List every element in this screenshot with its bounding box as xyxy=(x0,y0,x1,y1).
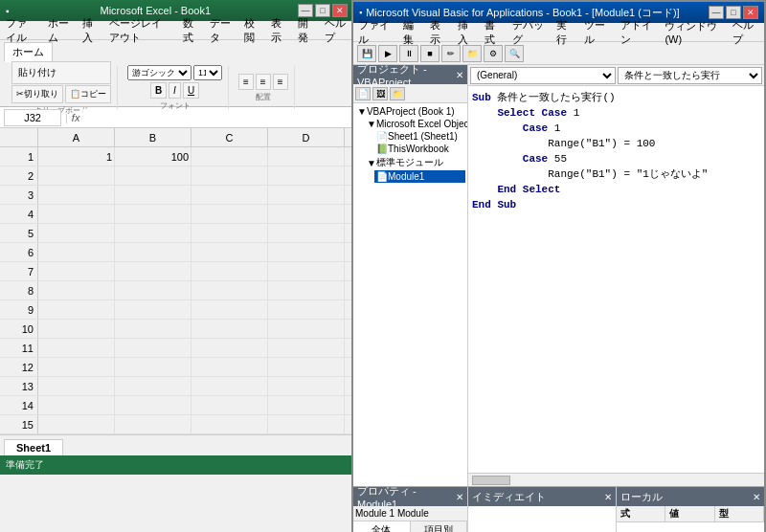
cell-b11[interactable] xyxy=(115,339,192,357)
cell-b1[interactable]: 100 xyxy=(115,147,192,166)
align-right-btn[interactable]: ≡ xyxy=(273,74,288,90)
col-header-d[interactable]: D xyxy=(268,128,345,146)
vba-menu-addin[interactable]: アドイン xyxy=(616,16,661,49)
row-header-8[interactable]: 8 xyxy=(0,281,38,299)
cell-b6[interactable] xyxy=(115,243,192,261)
cell-c7[interactable] xyxy=(192,262,268,280)
cell-d14[interactable] xyxy=(268,396,345,414)
properties-close-btn[interactable]: ✕ xyxy=(456,492,463,502)
paste-btn[interactable]: 貼り付け xyxy=(11,61,111,84)
cell-c14[interactable] xyxy=(192,396,268,414)
cell-a7[interactable] xyxy=(38,262,115,280)
cell-a9[interactable] xyxy=(38,300,115,319)
cell-b4[interactable] xyxy=(115,205,192,223)
cell-d13[interactable] xyxy=(268,377,345,395)
cell-c6[interactable] xyxy=(192,243,268,261)
cell-d6[interactable] xyxy=(268,243,345,261)
cell-d7[interactable] xyxy=(268,262,345,280)
cell-d8[interactable] xyxy=(268,281,345,299)
row-header-11[interactable]: 11 xyxy=(0,339,38,357)
cell-c13[interactable] xyxy=(192,377,268,395)
align-center-btn[interactable]: ≡ xyxy=(256,74,271,90)
align-left-btn[interactable]: ≡ xyxy=(238,74,254,90)
cell-a10[interactable] xyxy=(38,320,115,338)
cell-c15[interactable] xyxy=(192,415,268,433)
immediate-close-btn[interactable]: ✕ xyxy=(604,492,612,502)
vba-menu-file[interactable]: ファイル xyxy=(353,16,398,49)
tree-item-module1[interactable]: 📄 Module1 xyxy=(374,170,465,183)
row-header-13[interactable]: 13 xyxy=(0,377,38,395)
cell-d12[interactable] xyxy=(268,358,345,376)
cell-c11[interactable] xyxy=(192,339,268,357)
cell-d10[interactable] xyxy=(268,320,345,338)
cell-b15[interactable] xyxy=(115,415,192,433)
vba-props-btn[interactable]: ⚙ xyxy=(484,45,503,62)
cell-b2[interactable] xyxy=(115,166,192,185)
code-scrollbar-horizontal[interactable] xyxy=(468,473,764,486)
project-view-code-btn[interactable]: 📄 xyxy=(355,87,371,100)
cell-a6[interactable] xyxy=(38,243,115,261)
project-view-form-btn[interactable]: 🖼 xyxy=(372,87,388,100)
cut-btn[interactable]: ✂切り取り xyxy=(11,85,63,103)
italic-btn[interactable]: I xyxy=(169,82,181,99)
vba-find-btn[interactable]: 🔍 xyxy=(505,45,524,62)
vba-menu-window[interactable]: ウィンドウ(W) xyxy=(660,17,728,47)
cell-c4[interactable] xyxy=(192,205,268,223)
cell-a15[interactable] xyxy=(38,415,115,433)
cell-c10[interactable] xyxy=(192,320,268,338)
props-tab-category[interactable]: 項目別 xyxy=(411,521,468,532)
cell-d11[interactable] xyxy=(268,339,345,357)
cell-c1[interactable] xyxy=(192,147,268,166)
row-header-9[interactable]: 9 xyxy=(0,300,38,319)
name-box[interactable] xyxy=(4,109,61,126)
copy-btn[interactable]: 📋コピー xyxy=(65,85,111,103)
row-header-15[interactable]: 15 xyxy=(0,415,38,433)
vba-reset-btn[interactable]: ■ xyxy=(420,45,439,62)
cell-c12[interactable] xyxy=(192,358,268,376)
vba-design-btn[interactable]: ✏ xyxy=(441,45,461,62)
font-size-select[interactable]: 11 xyxy=(193,65,222,80)
cell-d15[interactable] xyxy=(268,415,345,433)
props-tab-all[interactable]: 全体 xyxy=(353,521,411,532)
cell-b10[interactable] xyxy=(115,320,192,338)
ribbon-tab-home[interactable]: ホーム xyxy=(4,42,53,62)
cell-b9[interactable] xyxy=(115,300,192,319)
cell-c5[interactable] xyxy=(192,224,268,242)
cell-a8[interactable] xyxy=(38,281,115,299)
cell-a14[interactable] xyxy=(38,396,115,414)
cell-a11[interactable] xyxy=(38,339,115,357)
cell-a4[interactable] xyxy=(38,205,115,223)
cell-d3[interactable] xyxy=(268,186,345,204)
code-object-dropdown[interactable]: (General) xyxy=(470,67,616,84)
row-header-14[interactable]: 14 xyxy=(0,396,38,414)
code-editor[interactable]: Sub 条件と一致したら実行() Select Case 1 Case 1 Ra… xyxy=(468,86,764,473)
font-name-select[interactable]: 游ゴシック xyxy=(127,65,192,80)
row-header-3[interactable]: 3 xyxy=(0,186,38,204)
cell-a3[interactable] xyxy=(38,186,115,204)
code-procedure-dropdown[interactable]: 条件と一致したら実行 xyxy=(618,67,763,84)
tree-item-thisworkbook[interactable]: 📗 ThisWorkbook xyxy=(374,143,465,155)
project-toggle-folders-btn[interactable]: 📁 xyxy=(390,87,405,100)
cell-a13[interactable] xyxy=(38,377,115,395)
vba-menu-tools[interactable]: ツール xyxy=(579,16,616,49)
vba-break-btn[interactable]: ⏸ xyxy=(399,45,418,62)
cell-b14[interactable] xyxy=(115,396,192,414)
vba-save-btn[interactable]: 💾 xyxy=(357,45,376,62)
tree-item-project[interactable]: ▼ VBAProject (Book 1) xyxy=(355,105,465,118)
cell-c9[interactable] xyxy=(192,300,268,319)
cell-b5[interactable] xyxy=(115,224,192,242)
tree-item-excel-objects[interactable]: ▼ Microsoft Excel Objects xyxy=(365,118,465,130)
formula-input[interactable] xyxy=(83,109,349,126)
vba-menu-format[interactable]: 書式 xyxy=(480,16,507,49)
cell-d2[interactable] xyxy=(268,166,345,185)
cell-a12[interactable] xyxy=(38,358,115,376)
row-header-7[interactable]: 7 xyxy=(0,262,38,280)
immediate-content[interactable] xyxy=(468,506,616,532)
cell-a5[interactable] xyxy=(38,224,115,242)
cell-c2[interactable] xyxy=(192,166,268,185)
vba-run-btn[interactable]: ▶ xyxy=(378,45,397,62)
cell-d5[interactable] xyxy=(268,224,345,242)
tree-item-modules-folder[interactable]: ▼ 標準モジュール xyxy=(365,155,465,170)
vba-menu-insert[interactable]: 挿入 xyxy=(453,16,480,49)
col-header-a[interactable]: A xyxy=(38,128,115,146)
